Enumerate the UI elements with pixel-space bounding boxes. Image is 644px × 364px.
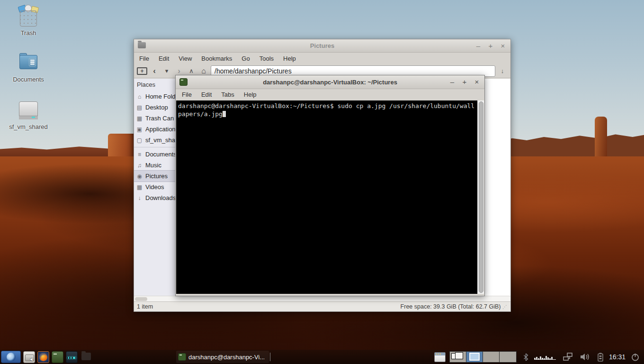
applications-icon: ▣ [136, 126, 143, 133]
pictures-icon: ◉ [136, 173, 143, 180]
folder-icon [81, 353, 91, 360]
music-icon: ♫ [136, 162, 143, 169]
window-list-icon[interactable] [434, 352, 446, 362]
menu-tools[interactable]: Tools [255, 54, 278, 64]
menu-go[interactable]: Go [237, 54, 254, 64]
documents-folder-icon [18, 52, 39, 74]
jump-to-path-icon[interactable]: ↓ [497, 66, 508, 76]
history-dropdown-icon[interactable]: ▾ [161, 66, 172, 76]
close-button[interactable]: × [473, 78, 481, 86]
desktop-icon-label: sf_vm_shared [2, 123, 54, 130]
terminal-output[interactable]: darshanpc@darshanpc-VirtualBox:~/Picture… [176, 100, 477, 294]
places-sidebar: Places ⌂ Home Folder ▤ Desktop ▦ Trash C… [134, 79, 176, 296]
launcher-file-manager[interactable] [23, 351, 35, 363]
desktop-icon: ▤ [136, 104, 143, 111]
bluetooth-icon[interactable] [523, 353, 528, 361]
pager-desktop-3[interactable] [483, 352, 500, 362]
documents-icon: ≡ [136, 151, 143, 158]
terminal-title: darshanpc@darshanpc-VirtualBox: ~/Pictur… [176, 79, 484, 86]
launcher-task-monitor[interactable] [66, 351, 78, 363]
trash-icon [18, 6, 39, 27]
place-videos[interactable]: ▦ Videos [134, 182, 175, 192]
maximize-button[interactable]: + [461, 78, 468, 86]
drive-icon: ▢ [136, 137, 143, 144]
close-button[interactable]: × [499, 42, 507, 50]
desktop-icon-trash[interactable]: Trash [2, 6, 54, 36]
file-manager-titlebar[interactable]: Pictures – + × [134, 39, 510, 53]
horizontal-scrollbar[interactable] [134, 296, 510, 301]
place-documents[interactable]: ≡ Documents [134, 149, 175, 160]
home-icon: ⌂ [136, 93, 143, 100]
place-applications[interactable]: ▣ Applications [134, 124, 175, 135]
terminal-line-2: papers/a.jpg [178, 110, 223, 118]
pager-desktop-1[interactable] [450, 352, 466, 362]
videos-icon: ▦ [136, 184, 143, 191]
menu-help[interactable]: Help [240, 90, 261, 100]
place-trash[interactable]: ▦ Trash Can [134, 113, 175, 124]
shared-drive-icon [18, 100, 39, 121]
menu-tabs[interactable]: Tabs [217, 90, 238, 100]
power-icon[interactable] [631, 353, 639, 361]
place-desktop[interactable]: ▤ Desktop [134, 102, 175, 113]
terminal-titlebar[interactable]: darshanpc@darshanpc-VirtualBox: ~/Pictur… [176, 75, 484, 89]
item-count: 1 item [137, 303, 153, 310]
menu-file[interactable]: File [178, 90, 196, 100]
minimize-button[interactable]: – [474, 42, 482, 50]
taskbar-task-pictures[interactable] [80, 351, 93, 363]
terminal-icon [178, 353, 186, 361]
volume-icon[interactable] [580, 353, 591, 361]
free-space: Free space: 39.3 GiB (Total: 62.7 GiB) [401, 303, 501, 310]
place-pictures[interactable]: ◉ Pictures [134, 171, 175, 182]
terminal-scrollbar[interactable] [477, 100, 484, 294]
network-icon[interactable] [563, 353, 573, 361]
back-icon[interactable]: ‹ [149, 66, 160, 76]
place-music[interactable]: ♫ Music [134, 160, 175, 171]
task-label: darshanpc@darshanpc-Vi... [188, 354, 265, 361]
menu-help[interactable]: Help [279, 54, 300, 64]
places-separator [134, 147, 175, 147]
menu-file[interactable]: File [135, 54, 153, 64]
trash-icon: ▦ [136, 115, 143, 122]
status-bar: 1 item Free space: 39.3 GiB (Total: 62.7… [134, 301, 510, 311]
clock[interactable]: 16:31 [609, 353, 626, 361]
cpu-monitor-icon[interactable] [534, 354, 556, 360]
window-title: Pictures [134, 42, 510, 49]
menu-view[interactable]: View [174, 54, 196, 64]
place-home[interactable]: ⌂ Home Folder [134, 91, 175, 102]
lubuntu-logo-icon [7, 353, 16, 362]
resize-grip-icon[interactable]: ⋰ [502, 304, 508, 309]
pager-desktop-4[interactable] [500, 352, 516, 362]
minimize-button[interactable]: – [448, 78, 456, 86]
terminal-cursor [223, 111, 226, 117]
file-manager-menubar: File Edit View Bookmarks Go Tools Help [134, 53, 510, 64]
new-tab-icon[interactable]: + [137, 67, 147, 75]
menu-bookmarks[interactable]: Bookmarks [197, 54, 236, 64]
downloads-icon: ↓ [136, 195, 143, 201]
menu-edit[interactable]: Edit [197, 90, 216, 100]
desktop-icon-sf-vm-shared[interactable]: sf_vm_shared [2, 100, 54, 130]
start-menu-button[interactable] [1, 351, 21, 363]
terminal-menubar: File Edit Tabs Help [176, 89, 484, 100]
pager-desktop-2[interactable] [466, 352, 483, 362]
terminal-line-1: darshanpc@darshanpc-VirtualBox:~/Picture… [178, 102, 474, 109]
taskbar-task-terminal[interactable]: darshanpc@darshanpc-Vi... [176, 351, 269, 363]
place-sf-vm-shared[interactable]: ▢ sf_vm_shared [134, 135, 175, 146]
terminal-window: darshanpc@darshanpc-VirtualBox: ~/Pictur… [175, 75, 485, 296]
desktop-icon-label: Documents [2, 76, 54, 83]
desktop-icon-documents[interactable]: Documents [2, 52, 54, 83]
places-header: Places [134, 79, 175, 91]
taskbar: darshanpc@darshanpc-Vi... [0, 350, 644, 364]
place-downloads[interactable]: ↓ Downloads [134, 192, 175, 203]
menu-edit[interactable]: Edit [154, 54, 173, 64]
launcher-terminal[interactable] [52, 351, 63, 363]
wallpaper-spire [595, 117, 607, 160]
battery-icon[interactable] [598, 353, 603, 362]
desktop-icon-label: Trash [2, 29, 54, 36]
desktop: Trash Documents sf_vm_shared Pictures – … [0, 0, 644, 364]
taskbar-separator [270, 353, 270, 361]
launcher-firefox[interactable] [37, 351, 49, 363]
desktop-pager[interactable] [449, 351, 517, 363]
maximize-button[interactable]: + [487, 42, 494, 50]
